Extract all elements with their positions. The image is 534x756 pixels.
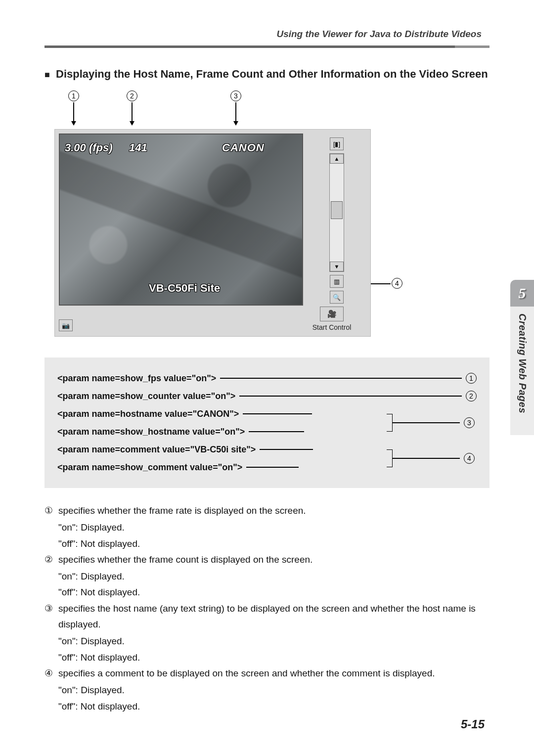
camera-icon[interactable]: 📷 <box>59 319 73 331</box>
explain-on-2: "on": Displayed. <box>58 569 490 584</box>
callout-3: 3 <box>230 90 241 126</box>
explain-on-3: "on": Displayed. <box>58 633 490 649</box>
explain-text-2: specifies whether the frame count is dis… <box>58 552 490 568</box>
square-marker-icon: ■ <box>44 70 50 80</box>
chapter-title: Creating Web Pages <box>517 313 528 413</box>
callout-2: 2 <box>127 90 137 126</box>
explain-on-1: "on": Displayed. <box>58 520 490 535</box>
param-3b: <param name=show_hostname value="on"> <box>57 427 245 437</box>
explain-text-1: specifies whether the frame rate is disp… <box>58 503 490 519</box>
explanation-list: ① specifies whether the frame rate is di… <box>44 503 490 714</box>
param-1: <param name=show_fps value="on"> <box>57 373 216 384</box>
viewer-right-column: [▮] ▲ ▼ ▥ 🔍 <box>313 134 360 307</box>
slider-down-button[interactable]: ▼ <box>330 262 344 271</box>
param-circle-2: 2 <box>466 391 477 401</box>
overlay-hostname: CANON <box>222 141 265 154</box>
running-header: Using the Viewer for Java to Distribute … <box>44 29 490 40</box>
screenshot-diagram: 1 2 3 4 3.00 (fps) 141 CANON VB-C50Fi Si… <box>44 90 405 338</box>
heading-text: Displaying the Host Name, Frame Count an… <box>56 68 488 80</box>
chapter-number: 5 <box>519 285 526 302</box>
chapter-tab-top: 5 <box>510 280 534 307</box>
bars-icon[interactable]: ▥ <box>330 275 344 288</box>
circle-number-3: 3 <box>230 90 241 101</box>
slider-up-button[interactable]: ▲ <box>330 154 344 164</box>
explain-text-4: specifies a comment to be displayed on t… <box>58 666 490 681</box>
explain-off-3: "off": Not displayed. <box>58 650 490 666</box>
start-control[interactable]: 🎥 Start Control <box>303 307 360 331</box>
param-2: <param name=show_counter value="on"> <box>57 391 235 401</box>
explain-off-4: "off": Not displayed. <box>58 699 490 714</box>
explain-off-1: "off": Not displayed. <box>58 536 490 552</box>
explain-text-3: specifies the host name (any text string… <box>58 601 490 633</box>
section-heading: ■ Displaying the Host Name, Frame Count … <box>44 68 490 81</box>
start-control-icon: 🎥 <box>320 307 344 321</box>
explain-num-3: ③ <box>44 601 58 633</box>
callout-1: 1 <box>68 90 79 126</box>
param-3a: <param name=hostname value="CANON"> <box>57 409 239 419</box>
param-code-box: <param name=show_fps value="on"> 1 <para… <box>44 357 490 488</box>
header-rule <box>44 45 490 48</box>
overlay-counter: 141 <box>129 141 147 154</box>
overlay-comment: VB-C50Fi Site <box>149 282 220 295</box>
param-4a: <param name=comment value="VB-C50i site"… <box>57 445 256 455</box>
param-circle-1: 1 <box>466 373 477 384</box>
magnifier-icon[interactable]: 🔍 <box>330 291 344 304</box>
explain-num-1: ① <box>44 503 58 519</box>
param-4b: <param name=show_comment value="on"> <box>57 462 242 473</box>
circle-number-2: 2 <box>127 90 137 101</box>
circle-number-4: 4 <box>392 278 402 289</box>
brackets-icon[interactable]: [▮] <box>330 137 344 150</box>
overlay-fps: 3.00 (fps) <box>65 141 113 154</box>
callout-4: 4 <box>392 278 402 289</box>
explain-on-4: "on": Displayed. <box>58 682 490 698</box>
explain-num-4: ④ <box>44 666 58 681</box>
chapter-tab-body: Creating Web Pages <box>510 307 534 435</box>
explain-off-2: "off": Not displayed. <box>58 584 490 600</box>
start-control-label: Start Control <box>303 323 360 331</box>
slider-thumb[interactable] <box>331 201 343 219</box>
chapter-tab: 5 Creating Web Pages <box>510 280 534 435</box>
explain-num-2: ② <box>44 552 58 568</box>
viewer-window: 3.00 (fps) 141 CANON VB-C50Fi Site [▮] ▲… <box>54 129 371 337</box>
zoom-slider[interactable]: ▲ ▼ <box>329 153 344 272</box>
video-area: 3.00 (fps) 141 CANON VB-C50Fi Site <box>59 133 303 306</box>
page-number: 5-15 <box>461 717 485 731</box>
circle-number-1: 1 <box>68 90 79 101</box>
